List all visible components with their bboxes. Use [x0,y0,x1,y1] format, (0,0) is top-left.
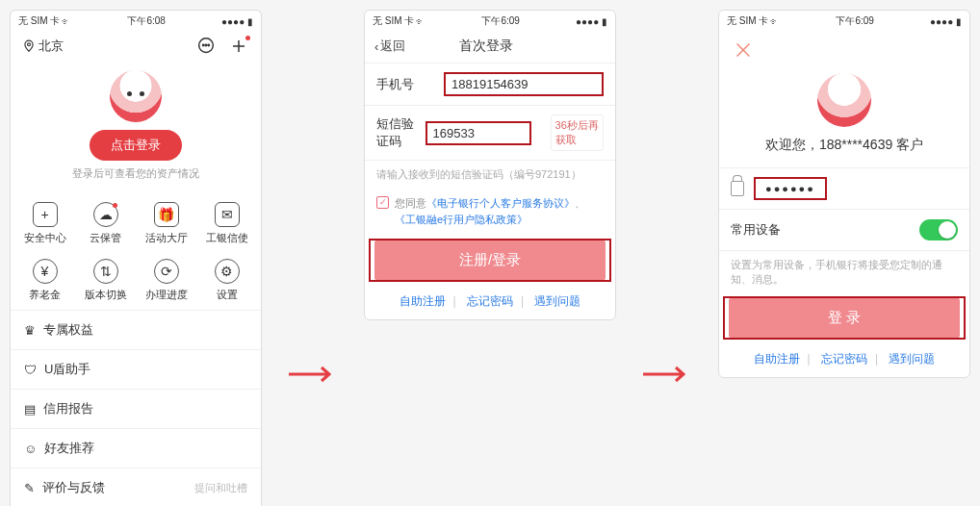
shield-icon: 🛡 [24,363,37,377]
code-field[interactable]: 短信验证码 169533 36秒后再获取 [365,106,615,161]
grid-cloud[interactable]: ☁云保管 [75,202,136,245]
code-hint: 请输入接收到的短信验证码（编号972191） [365,161,615,191]
link-forgot[interactable]: 忘记密码 [817,352,871,366]
link-help[interactable]: 遇到问题 [530,294,584,308]
avatar [110,70,162,122]
avatar [817,73,871,127]
status-bar: 无 SIM 卡 ᯤ 下午6:08 ●●●● ▮ [11,11,261,30]
welcome-block: 欢迎您，188****4639 客户 [719,67,969,167]
screen-first-login: 无 SIM 卡 ᯤ 下午6:09 ●●●● ▮ ‹ 返回 首次登录 手机号 18… [364,10,616,320]
arrow-icon [643,365,691,388]
grid-pension[interactable]: ¥养老金 [14,259,75,302]
people-icon: ☺ [24,442,37,456]
status-bar: 无 SIM 卡 ᯤ 下午6:09 ●●●● ▮ [365,11,615,30]
helper-links: 自助注册| 忘记密码| 遇到问题 [365,284,615,319]
device-hint: 设置为常用设备，手机银行将接受您定制的通知、消息。 [719,251,969,294]
device-row: 常用设备 [719,210,969,251]
grid-security[interactable]: +安全中心 [14,202,75,245]
avatar-area: 点击登录 登录后可查看您的资产情况 [11,66,261,189]
svg-point-2 [203,44,204,45]
link-self-register[interactable]: 自助注册 [396,294,450,308]
page-title: 首次登录 [367,38,606,55]
list-item[interactable]: ♛专属权益 [11,310,261,349]
arrow-icon [289,365,337,388]
device-toggle[interactable] [919,219,958,240]
nav-bar: ‹ 返回 首次登录 [365,30,615,63]
list-item[interactable]: 🛡U盾助手 [11,349,261,389]
close-button[interactable] [719,30,969,67]
list-item[interactable]: ☺好友推荐 [11,428,261,468]
link-help[interactable]: 遇到问题 [885,352,939,366]
welcome-text: 欢迎您，188****4639 客户 [719,137,969,154]
svg-point-0 [28,43,31,46]
svg-point-3 [205,44,206,45]
list-item[interactable]: ✎评价与反馈提问和吐槽 [11,468,261,506]
phone-input[interactable]: 18819154639 [444,72,604,96]
header: 北京 [11,30,261,66]
login-submit-button[interactable]: 登 录 [729,298,960,338]
password-input[interactable]: ●●●●●● [754,177,827,200]
code-input[interactable]: 169533 [426,121,531,145]
location-picker[interactable]: 北京 [22,38,64,55]
login-hint: 登录后可查看您的资产情况 [11,166,261,181]
helper-links: 自助注册| 忘记密码| 遇到问题 [719,342,969,377]
resend-button[interactable]: 36秒后再获取 [551,114,604,151]
list-item[interactable]: ▤信用报告 [11,389,261,428]
link-self-register[interactable]: 自助注册 [750,352,804,366]
password-field[interactable]: ●●●●●● [719,167,969,210]
chat-icon: ✎ [24,481,35,495]
submit-button[interactable]: 注册/登录 [374,240,606,280]
grid-progress[interactable]: ⟳办理进度 [136,259,196,302]
screen-login: 无 SIM 卡 ᯤ 下午6:09 ●●●● ▮ 欢迎您，188****4639 … [718,10,970,378]
doc-icon: ▤ [24,402,36,417]
screen-profile: 无 SIM 卡 ᯤ 下午6:08 ●●●● ▮ 北京 点击登录 登录后可查看您的… [10,10,262,506]
status-bar: 无 SIM 卡 ᯤ 下午6:09 ●●●● ▮ [719,11,969,30]
checkbox-icon[interactable]: ✓ [376,196,389,209]
grid-settings[interactable]: ⚙设置 [196,259,257,302]
lock-icon [731,181,744,196]
agreement-row[interactable]: ✓ 您同意《电子银行个人客户服务协议》、《工银融e行用户隐私政策》 [365,191,615,237]
grid-version[interactable]: ⇅版本切换 [75,259,136,302]
link-forgot[interactable]: 忘记密码 [463,294,517,308]
login-button[interactable]: 点击登录 [90,130,182,161]
svg-point-4 [208,44,209,45]
chat-icon[interactable] [195,36,217,57]
grid-messenger[interactable]: ✉工银信使 [196,202,257,245]
feature-grid: +安全中心 ☁云保管 🎁活动大厅 ✉工银信使 ¥养老金 ⇅版本切换 ⟳办理进度 … [11,189,261,310]
phone-field[interactable]: 手机号 18819154639 [365,63,615,106]
agreement-link-2[interactable]: 《工银融e行用户隐私政策》 [395,214,528,225]
badge-icon: ♛ [24,323,36,338]
plus-icon[interactable] [228,36,249,57]
agreement-link-1[interactable]: 《电子银行个人客户服务协议》 [426,197,575,209]
grid-activity[interactable]: 🎁活动大厅 [136,202,196,245]
